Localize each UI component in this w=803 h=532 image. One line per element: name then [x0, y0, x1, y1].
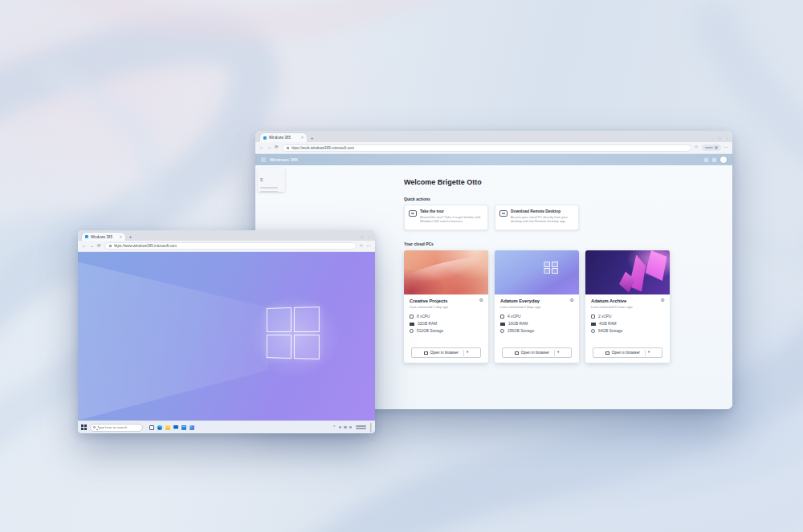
ram-icon	[500, 323, 505, 326]
cloud-pc-name: Adatum Everyday	[500, 298, 573, 303]
close-icon[interactable]: ×	[726, 136, 728, 140]
chevron-down-icon[interactable]: ▾	[557, 351, 559, 355]
refresh-icon[interactable]: ⟳	[275, 145, 279, 150]
page-title: Welcome Brigette Otto	[404, 178, 677, 186]
back-icon[interactable]: ←	[82, 244, 87, 249]
browser-tab[interactable]: Windows 365 ×	[82, 233, 125, 241]
quick-action-download-remote-desktop[interactable]: Download Remote Desktop Access your clou…	[495, 205, 579, 230]
last-connected: Last connected 1 day ago	[410, 305, 483, 309]
cpu-icon	[500, 315, 504, 319]
taskbar-search[interactable]	[90, 424, 143, 432]
battery-icon[interactable]	[349, 426, 353, 429]
profile-chip[interactable]	[702, 144, 721, 151]
new-tab-button[interactable]: +	[129, 234, 132, 239]
browser-toolbar: ← → ⟳ https://work.windows365.microsoft.…	[255, 142, 732, 154]
tab-strip: Windows 365 × + – ▢ ×	[78, 230, 375, 241]
start-button[interactable]	[81, 424, 87, 430]
crystal-shape	[645, 250, 667, 282]
maximize-icon[interactable]: ▢	[361, 235, 364, 239]
network-icon[interactable]	[339, 426, 342, 429]
portal-title: Windows 365	[270, 157, 298, 162]
tab-close-icon[interactable]: ×	[120, 235, 122, 239]
close-icon[interactable]: ×	[369, 235, 370, 239]
minimize-icon[interactable]: –	[354, 235, 356, 239]
tab-favicon-icon	[85, 235, 88, 238]
gear-icon[interactable]: ⚙	[570, 298, 574, 303]
file-explorer-icon[interactable]	[165, 425, 170, 430]
new-tab-button[interactable]: +	[311, 136, 314, 140]
browser-window-icon	[605, 351, 609, 355]
nav-flyout[interactable]: ≡	[258, 168, 285, 192]
search-input[interactable]	[97, 425, 140, 429]
tray-expand-icon[interactable]: ⌃	[332, 425, 336, 429]
taskbar-clock[interactable]	[356, 425, 366, 430]
chevron-down-icon[interactable]: ▾	[648, 351, 650, 355]
mail-icon[interactable]	[181, 425, 186, 430]
storage-spec: 64GB Storage	[598, 329, 622, 333]
minimize-icon[interactable]: –	[711, 136, 713, 140]
open-in-browser-button[interactable]: Open in browser ▾	[502, 347, 572, 358]
gear-icon[interactable]: ⚙	[661, 298, 665, 303]
quick-action-take-tour[interactable]: Take the tour Missed the tour? Take it t…	[404, 205, 488, 230]
tab-title: Windows 365	[269, 136, 291, 140]
nav-item-placeholder	[260, 187, 278, 189]
cpu-spec: 2 vCPU	[598, 315, 612, 319]
browser-toolbar: ← → ⟳ https://www.windows365.microsoft.c…	[78, 241, 375, 252]
cloud-pc-card: Creative Projects ⚙ Last connected 1 day…	[404, 250, 488, 363]
storage-spec: 512GB Storage	[417, 329, 443, 333]
task-view-icon[interactable]	[149, 425, 154, 430]
forward-icon[interactable]: →	[90, 244, 95, 249]
open-in-browser-label: Open in browser	[430, 351, 459, 355]
cpu-icon	[410, 315, 414, 319]
cloud-pc-card: Adatum Everyday ⚙ Last connected 2 days …	[495, 250, 579, 363]
photos-icon[interactable]	[190, 425, 194, 430]
settings-icon[interactable]	[704, 158, 708, 162]
refresh-icon[interactable]: ⟳	[97, 244, 101, 249]
help-icon[interactable]	[712, 158, 716, 162]
quick-action-title: Take the tour	[420, 209, 483, 213]
lock-icon	[287, 147, 289, 149]
cloud-pc-name: Creative Projects	[410, 298, 483, 303]
open-in-browser-button[interactable]: Open in browser ▾	[411, 347, 481, 358]
app-launcher-icon[interactable]	[261, 157, 266, 162]
maximize-icon[interactable]: ▢	[718, 136, 721, 140]
taskbar: ⌃	[78, 420, 375, 433]
cloud-pcs-heading: Your cloud PCs	[404, 242, 677, 246]
system-tray: ⌃	[332, 423, 372, 433]
last-connected: Last connected 2 days ago	[500, 305, 573, 309]
browser-menu-icon[interactable]: ⋯	[724, 145, 729, 150]
favorite-star-icon[interactable]: ☆	[695, 145, 699, 150]
cloud-pc-name: Adatum Archive	[591, 298, 664, 303]
chevron-down-icon[interactable]: ▾	[467, 351, 468, 355]
search-icon	[93, 426, 96, 428]
last-connected: Last connected 5 hours ago	[591, 305, 664, 309]
forward-icon[interactable]: →	[267, 145, 272, 150]
button-divider	[645, 350, 646, 356]
back-icon[interactable]: ←	[259, 145, 264, 150]
quick-action-desc: Missed the tour? Take it to get familiar…	[420, 215, 483, 223]
gear-icon[interactable]: ⚙	[479, 298, 483, 303]
cpu-spec: 8 vCPU	[417, 315, 430, 319]
window-controls[interactable]: – ▢ ×	[349, 234, 375, 241]
tab-close-icon[interactable]: ×	[301, 136, 304, 140]
show-desktop-button[interactable]	[370, 423, 372, 433]
tab-favicon-icon	[263, 136, 267, 140]
windows-desktop-wallpaper	[78, 252, 375, 420]
microsoft-store-icon[interactable]	[173, 425, 178, 430]
browser-tab[interactable]: Windows 365 ×	[260, 133, 307, 142]
ram-icon	[591, 323, 596, 326]
ram-spec: 4GB RAM	[599, 322, 617, 326]
address-bar[interactable]: https://work.windows365.microsoft.com	[282, 144, 691, 152]
volume-icon[interactable]	[344, 426, 347, 429]
browser-menu-icon[interactable]: ⋯	[367, 244, 372, 249]
open-in-browser-button[interactable]: Open in browser ▾	[593, 347, 662, 358]
address-bar[interactable]: https://www.windows365.microsoft.com	[104, 242, 357, 250]
account-avatar[interactable]	[720, 156, 727, 163]
hamburger-menu-icon[interactable]: ≡	[260, 177, 263, 182]
cpu-icon	[591, 315, 595, 319]
edge-icon[interactable]	[157, 425, 162, 430]
storage-spec: 256GB Storage	[507, 329, 534, 333]
cloud-pc-thumbnail	[585, 250, 670, 294]
window-controls[interactable]: – ▢ ×	[707, 135, 732, 142]
favorite-star-icon[interactable]: ☆	[360, 244, 364, 249]
